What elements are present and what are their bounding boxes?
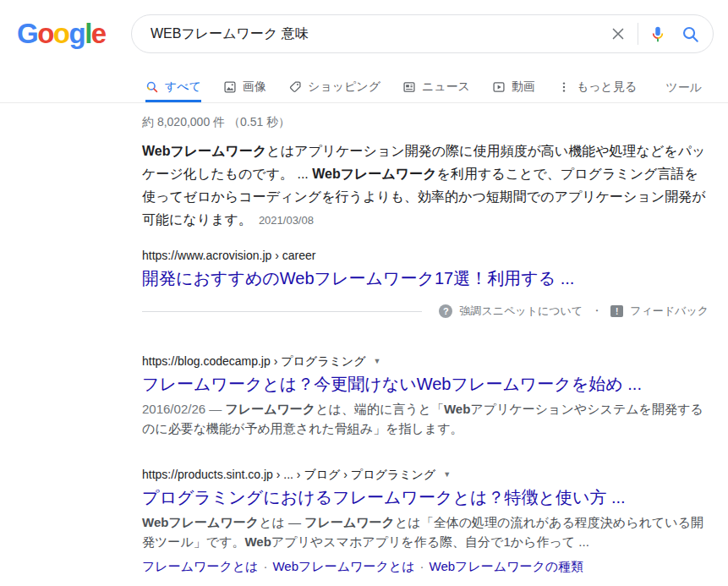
tab-shopping[interactable]: ショッピング: [288, 74, 380, 102]
result-url: https://products.sint.co.jp › ... › ブログ …: [142, 466, 709, 483]
image-icon: [223, 80, 237, 94]
tab-label: すべて: [165, 79, 201, 95]
tab-news[interactable]: ニュース: [402, 74, 470, 102]
sitelink[interactable]: フレームワークとは: [142, 559, 258, 573]
more-dots-icon: [557, 80, 571, 94]
snippet-date: 2021/03/08: [259, 214, 314, 227]
about-featured-snippets-link[interactable]: ? 強調スニペットについて: [439, 304, 583, 319]
google-logo[interactable]: Google: [17, 19, 106, 49]
featured-snippet-text: Webフレームワークとはアプリケーション開発の際に使用頻度が高い機能や処理などを…: [142, 140, 709, 232]
search-input[interactable]: [149, 25, 602, 42]
searchbox-divider: [638, 23, 638, 45]
result-title-link[interactable]: フレームワークとは？今更聞けないWebフレームワークを始め ...: [142, 373, 709, 395]
help-icon: ?: [439, 304, 452, 318]
featured-snippet-footer: ? 強調スニペットについて ・ ! フィードバック: [142, 304, 709, 319]
footer-divider-line: [142, 311, 422, 312]
result-url: https://www.acrovision.jp › career: [142, 247, 709, 264]
result-snippet: 2016/02/26 — フレームワークとは、端的に言うと「Webアプリケーショ…: [142, 399, 709, 438]
tab-label: 画像: [243, 79, 266, 95]
chevron-down-icon[interactable]: ▼: [443, 466, 451, 483]
header-divider: [0, 102, 728, 103]
tab-label: ニュース: [422, 79, 470, 95]
tag-icon: [288, 80, 302, 94]
result-stats: 約 8,020,000 件 （0.51 秒）: [142, 115, 290, 130]
search-submit-icon[interactable]: [674, 17, 706, 51]
tools-button[interactable]: ツール: [665, 80, 702, 96]
tab-label: もっと見る: [577, 79, 637, 95]
result-type-tabs: すべて 画像 ショッピング ニュース 動画: [145, 74, 702, 102]
news-icon: [402, 80, 416, 94]
clear-search-icon[interactable]: [602, 17, 634, 51]
voice-search-icon[interactable]: [642, 17, 674, 51]
tab-videos[interactable]: 動画: [492, 74, 535, 102]
result-title-link[interactable]: 開発におすすめのWebフレームワーク17選！利用する ...: [142, 267, 709, 289]
sitelink-separator: ·: [420, 559, 424, 573]
featured-snippet: Webフレームワークとはアプリケーション開発の際に使用頻度が高い機能や処理などを…: [142, 140, 709, 319]
search-icon: [145, 80, 159, 94]
sitelink[interactable]: Webフレームワークの種類: [430, 559, 584, 573]
sitelink-separator: ·: [263, 559, 267, 573]
tab-label: ショッピング: [308, 79, 380, 95]
tab-images[interactable]: 画像: [223, 74, 266, 102]
tab-more[interactable]: もっと見る: [557, 74, 637, 102]
footer-separator: ・: [591, 304, 602, 319]
sitelink[interactable]: Webフレームワークとは: [272, 559, 414, 573]
search-result: https://blog.codecamp.jp › プログラミング ▼ フレー…: [142, 353, 709, 438]
tab-all[interactable]: すべて: [145, 74, 201, 102]
result-url: https://blog.codecamp.jp › プログラミング ▼: [142, 353, 709, 370]
result-snippet: Webフレームワークとは — フレームワークとは「全体の処理の流れがある程度決め…: [142, 512, 709, 551]
result-title-link[interactable]: プログラミングにおけるフレームワークとは？特徴と使い方 ...: [142, 486, 709, 508]
tab-label: 動画: [512, 79, 535, 95]
feedback-link[interactable]: ! フィードバック: [610, 304, 709, 319]
chevron-down-icon[interactable]: ▼: [374, 353, 381, 370]
sitelinks: フレームワークとは·Webフレームワークとは·Webフレームワークの種類: [142, 559, 709, 575]
google-serp-page: Google: [0, 0, 728, 586]
search-box: [131, 14, 714, 53]
search-result: https://products.sint.co.jp › ... › ブログ …: [142, 466, 709, 575]
video-icon: [492, 80, 506, 94]
feedback-icon: !: [610, 305, 623, 317]
